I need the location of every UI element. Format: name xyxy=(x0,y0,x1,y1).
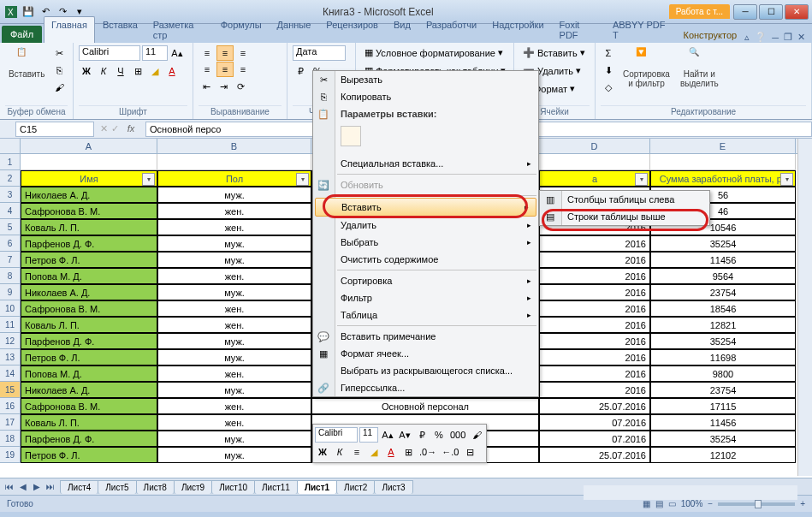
sheet-tab[interactable]: Лист4 xyxy=(60,480,98,494)
zoom-out[interactable]: − xyxy=(708,499,713,508)
cell[interactable]: муж. xyxy=(157,333,311,349)
cell[interactable]: муж. xyxy=(157,284,311,300)
cell[interactable]: жен. xyxy=(157,317,311,333)
mt-italic[interactable]: К xyxy=(332,443,347,461)
cell[interactable]: Николаев А. Д. xyxy=(21,382,157,398)
cm-cut[interactable]: ✂Вырезать xyxy=(313,71,538,88)
tab-вид[interactable]: Вид xyxy=(386,16,418,43)
cm-delete[interactable]: Удалить▸ xyxy=(313,217,538,234)
cm-clear[interactable]: Очистить содержимое xyxy=(313,251,538,268)
row-header[interactable]: 8 xyxy=(0,268,21,284)
cell[interactable]: 11456 xyxy=(650,252,796,268)
zoom-value[interactable]: 100% xyxy=(681,499,703,508)
sheet-nav-last[interactable]: ⏭ xyxy=(44,481,56,493)
tab-рецензиров[interactable]: Рецензиров xyxy=(318,16,386,43)
cell[interactable]: 17115 xyxy=(650,398,796,414)
sheet-tab[interactable]: Лист8 xyxy=(136,480,175,494)
cm-insert-comment[interactable]: 💬Вставить примечание xyxy=(313,328,538,345)
file-tab[interactable]: Файл xyxy=(2,26,42,43)
italic-button[interactable]: К xyxy=(96,63,111,79)
cell[interactable]: муж. xyxy=(157,349,311,365)
cell[interactable]: 35254 xyxy=(650,333,796,349)
cell[interactable]: 25.07.2016 xyxy=(539,447,650,463)
sheet-nav-prev[interactable]: ◀ xyxy=(17,481,29,493)
mt-fill[interactable]: ◢ xyxy=(366,443,382,461)
tab-главная[interactable]: Главная xyxy=(44,16,95,43)
cell[interactable]: Коваль Л. П. xyxy=(21,414,157,431)
cell[interactable]: муж. xyxy=(157,447,311,463)
cell[interactable]: 2016 xyxy=(539,284,650,300)
sm-rows-above[interactable]: ▤Строки таблицы выше xyxy=(540,208,709,225)
cell[interactable]: 2016 xyxy=(539,268,650,284)
cm-format-cells[interactable]: ▦Формат ячеек... xyxy=(313,345,538,362)
cm-copy[interactable]: ⎘Копировать xyxy=(313,88,538,105)
tab-foxit pdf[interactable]: Foxit PDF xyxy=(552,16,605,43)
cell[interactable]: 9564 xyxy=(650,268,796,284)
row-header[interactable]: 14 xyxy=(0,365,21,382)
fx-icon[interactable]: fx xyxy=(122,123,140,134)
table-tools-tab[interactable]: Работа с т... xyxy=(669,4,730,19)
fill-color-icon[interactable]: ◢ xyxy=(147,63,163,79)
cell[interactable]: Парфенов Д. Ф. xyxy=(21,235,157,252)
cell[interactable]: 2016 xyxy=(539,300,650,317)
mt-shrink[interactable]: A▾ xyxy=(397,426,412,443)
cell[interactable]: Сафронова В. М. xyxy=(21,398,157,414)
cell[interactable]: муж. xyxy=(157,431,311,447)
row-header[interactable]: 5 xyxy=(0,219,21,235)
save-icon[interactable]: 💾 xyxy=(21,4,36,20)
cell[interactable]: 9800 xyxy=(650,365,796,382)
increase-indent[interactable]: ⇥ xyxy=(216,79,231,94)
doc-close-icon[interactable]: ✕ xyxy=(797,32,805,43)
minimize-button[interactable]: ─ xyxy=(733,4,757,20)
tab-разработчи[interactable]: Разработчи xyxy=(418,16,484,43)
cm-paste-special[interactable]: Специальная вставка...▸ xyxy=(313,155,538,172)
font-name-select[interactable]: Calibri xyxy=(79,45,140,61)
row-header[interactable]: 12 xyxy=(0,333,21,349)
align-center[interactable]: ≡ xyxy=(216,62,234,77)
cell[interactable]: Николаев А. Д. xyxy=(21,284,157,300)
row-header[interactable]: 1 xyxy=(0,154,21,170)
mt-merge[interactable]: ⊟ xyxy=(462,443,477,461)
cell[interactable]: жен. xyxy=(157,219,311,235)
cell[interactable]: 12102 xyxy=(650,447,796,463)
cell[interactable]: 2016 xyxy=(539,235,650,252)
row-header[interactable]: 4 xyxy=(0,203,21,219)
sheet-nav-next[interactable]: ▶ xyxy=(31,481,43,493)
cell[interactable]: 2016 xyxy=(539,333,650,349)
cell[interactable]: 2016 xyxy=(539,252,650,268)
number-format-select[interactable]: Дата xyxy=(293,45,346,61)
cm-dropdown-list[interactable]: Выбрать из раскрывающегося списка... xyxy=(313,362,538,379)
font-color-icon[interactable]: A xyxy=(164,63,180,79)
row-header[interactable]: 16 xyxy=(0,398,21,414)
sheet-tab[interactable]: Лист11 xyxy=(254,480,298,494)
cell[interactable]: 23754 xyxy=(650,382,796,398)
col-header-D[interactable]: D xyxy=(539,139,650,153)
zoom-in[interactable]: + xyxy=(800,499,805,508)
insert-cells[interactable]: ➕ Вставить ▾ xyxy=(519,45,589,60)
cell[interactable]: Сафронова В. М. xyxy=(21,203,157,219)
cell[interactable]: жен. xyxy=(157,268,311,284)
cell[interactable]: Попова М. Д. xyxy=(21,268,157,284)
find-select-button[interactable]: 🔍 Найти и выделить xyxy=(677,45,722,90)
cell[interactable]: 07.2016 xyxy=(539,431,650,447)
cut-icon[interactable]: ✂ xyxy=(51,45,67,61)
col-header-E[interactable]: E xyxy=(650,139,796,153)
mt-bold[interactable]: Ж xyxy=(315,443,330,461)
cell[interactable]: Имя xyxy=(21,170,157,187)
enter-formula-icon[interactable]: ✓ xyxy=(111,123,119,134)
clear-icon[interactable]: ◇ xyxy=(601,80,616,95)
mt-color[interactable]: A xyxy=(383,443,399,461)
cell[interactable]: 2016 xyxy=(539,382,650,398)
maximize-button[interactable]: ☐ xyxy=(759,4,783,20)
align-middle[interactable]: ≡ xyxy=(216,45,234,61)
cell[interactable]: жен. xyxy=(157,300,311,317)
row-header[interactable]: 18 xyxy=(0,431,21,447)
cell[interactable]: Коваль Л. П. xyxy=(21,317,157,333)
cell[interactable]: муж. xyxy=(157,235,311,252)
sheet-tab[interactable]: Лист1 xyxy=(297,480,337,494)
cell[interactable] xyxy=(157,154,311,170)
cell[interactable]: жен. xyxy=(157,398,311,414)
align-right[interactable]: ≡ xyxy=(234,62,252,77)
conditional-formatting[interactable]: ▦Условное форматирование ▾ xyxy=(361,45,507,60)
cell[interactable]: Попова М. Д. xyxy=(21,365,157,382)
